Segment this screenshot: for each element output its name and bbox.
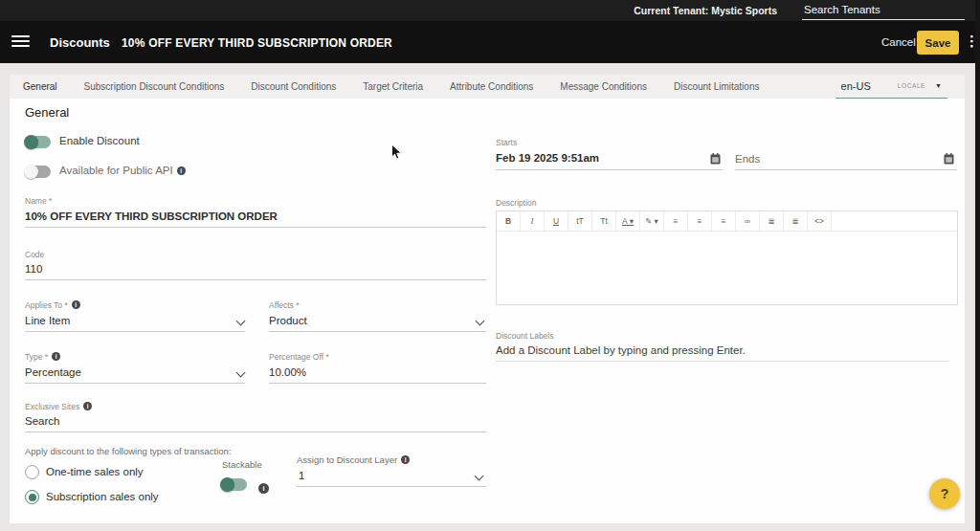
tab-discount-limitations[interactable]: Discount Limitations — [660, 81, 772, 92]
starts-input[interactable]: Feb 19 2025 9:51am — [496, 152, 599, 164]
applies-to-label: Applies To *i — [25, 300, 80, 310]
app-header: Discounts 10% OFF EVERY THIRD SUBSCRIPTI… — [0, 21, 980, 63]
type-label: Type *i — [25, 352, 60, 362]
code-input[interactable]: 110 — [25, 263, 42, 275]
bold-icon[interactable]: B — [497, 211, 521, 231]
cancel-button[interactable]: Cancel — [881, 36, 916, 48]
info-icon: i — [255, 478, 269, 496]
name-input[interactable]: 10% OFF EVERY THIRD SUBSCRIPTION ORDER — [25, 210, 278, 222]
code-label: Code — [25, 250, 44, 259]
enable-discount-toggle[interactable] — [25, 136, 51, 148]
section-title: General — [25, 105, 69, 120]
align-right-icon[interactable]: ≡ — [712, 211, 736, 231]
one-time-sales-label: One-time sales only — [46, 466, 144, 477]
info-icon: i — [177, 166, 186, 175]
info-icon: i — [401, 455, 410, 464]
tenant-bar: Current Tenant: Mystic Sports Search Ten… — [0, 0, 980, 21]
link-icon[interactable]: ∞ — [736, 211, 760, 231]
ordered-list-icon[interactable]: ≣ — [760, 211, 784, 231]
locale-value: en-US — [841, 80, 871, 92]
locale-selector[interactable]: en-US LOCALE ▼ — [835, 74, 947, 100]
toggle-knob — [24, 135, 38, 149]
info-icon: i — [72, 300, 80, 309]
toggle-knob — [24, 165, 38, 179]
applies-to-select[interactable]: Line Item — [25, 315, 70, 326]
info-icon: i — [52, 352, 60, 361]
highlight-color-icon[interactable]: ✎ ▾ — [640, 211, 664, 231]
app-title: Discounts — [50, 35, 110, 50]
align-center-icon[interactable]: ≡ — [688, 211, 712, 231]
window-edge — [975, 0, 980, 531]
general-panel — [10, 99, 965, 523]
discount-labels-label: Discount Labels — [496, 331, 553, 341]
affects-label: Affects * — [269, 300, 300, 310]
subscription-sales-label: Subscription sales only — [46, 491, 159, 502]
transaction-heading: Apply discount to the following types of… — [25, 446, 231, 456]
save-button[interactable]: Save — [917, 31, 959, 55]
discount-layer-label: Assign to Discount Layeri — [297, 454, 410, 465]
tab-attribute-conditions[interactable]: Attribute Conditions — [436, 81, 546, 92]
unordered-list-icon[interactable]: ≣ — [784, 211, 808, 231]
tab-message-conditions[interactable]: Message Conditions — [546, 81, 660, 92]
tab-bar: General Subscription Discount Conditions… — [10, 75, 965, 100]
help-button[interactable]: ? — [929, 478, 960, 509]
subscript-icon[interactable]: tT — [568, 211, 592, 231]
calendar-icon[interactable] — [710, 153, 721, 165]
exclusive-sites-input[interactable]: Search — [25, 415, 59, 427]
discount-labels-input[interactable]: Add a Discount Label by typing and press… — [496, 344, 746, 356]
record-title: 10% OFF EVERY THIRD SUBSCRIPTION ORDER — [122, 36, 392, 50]
superscript-icon[interactable]: Tt — [592, 211, 616, 231]
menu-icon[interactable] — [11, 35, 30, 49]
tab-subscription-discount-conditions[interactable]: Subscription Discount Conditions — [71, 81, 238, 92]
chevron-down-icon: ▼ — [935, 82, 942, 89]
tenant-search-input[interactable]: Search Tenants — [802, 2, 965, 20]
exclusive-sites-label: Exclusive Sitesi — [25, 402, 92, 411]
public-api-toggle[interactable] — [25, 166, 51, 178]
discount-edit-page: Current Tenant: Mystic Sports Search Ten… — [0, 0, 980, 531]
tab-target-criteria[interactable]: Target Criteria — [349, 81, 436, 92]
description-editor[interactable]: B I U tT Tt A ▾ ✎ ▾ ≡ ≡ ≡ ∞ ≣ ≣ <> — [496, 210, 958, 305]
stackable-toggle[interactable] — [221, 478, 247, 491]
tab-discount-conditions[interactable]: Discount Conditions — [237, 81, 349, 92]
current-tenant-label: Current Tenant: Mystic Sports — [634, 5, 777, 16]
ends-input[interactable]: Ends — [735, 153, 760, 165]
tenant-search-value: Search Tenants — [804, 4, 880, 15]
toggle-knob — [220, 477, 234, 492]
name-label: Name * — [25, 196, 52, 206]
tab-general[interactable]: General — [10, 81, 71, 92]
percentage-off-input[interactable]: 10.00% — [269, 366, 306, 378]
affects-select[interactable]: Product — [269, 315, 307, 326]
starts-label: Starts — [496, 138, 517, 147]
stackable-label: Stackable — [222, 459, 262, 470]
rich-text-toolbar: B I U tT Tt A ▾ ✎ ▾ ≡ ≡ ≡ ∞ ≣ ≣ <> — [497, 211, 957, 232]
code-view-icon[interactable]: <> — [808, 211, 832, 231]
underline-icon[interactable]: U — [545, 211, 568, 231]
italic-icon[interactable]: I — [521, 211, 545, 231]
locale-tag: LOCALE — [898, 82, 925, 89]
discount-layer-select[interactable]: 1 — [299, 470, 304, 481]
one-time-sales-radio[interactable] — [25, 465, 39, 479]
percentage-off-label: Percentage Off * — [269, 352, 329, 362]
align-left-icon[interactable]: ≡ — [664, 211, 688, 231]
public-api-label: Available for Public APIi — [59, 165, 186, 176]
info-icon: i — [83, 402, 92, 410]
description-label: Description — [496, 198, 537, 208]
enable-discount-label: Enable Discount — [59, 135, 140, 146]
calendar-icon[interactable] — [944, 153, 954, 165]
text-color-icon[interactable]: A ▾ — [616, 211, 640, 231]
subscription-sales-radio[interactable] — [25, 490, 39, 504]
type-select[interactable]: Percentage — [25, 366, 81, 378]
